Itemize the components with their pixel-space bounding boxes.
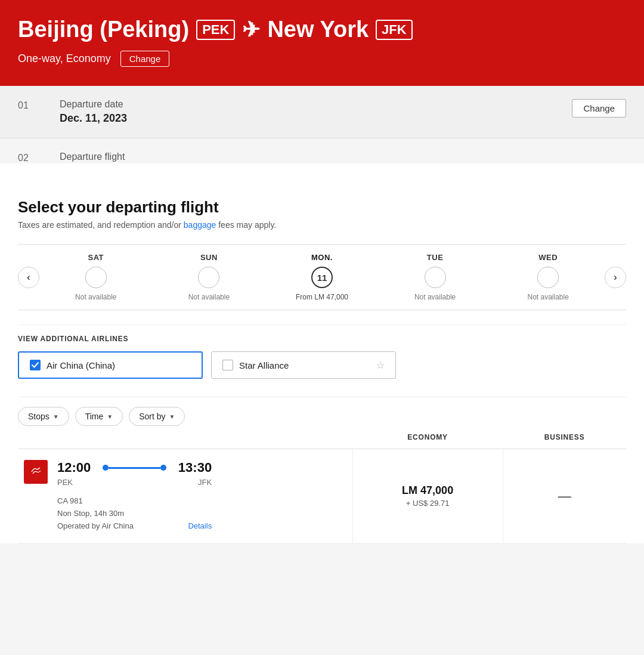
stops-filter-button[interactable]: Stops ▼ — [18, 407, 69, 426]
arrive-code: JFK — [198, 478, 212, 487]
operated-by: Operated by Air China — [57, 520, 134, 533]
airlines-section: VIEW ADDITIONAL AIRLINES Air China (Chin… — [18, 325, 626, 391]
header: Beijing (Peking) PEK ✈ New York JFK One-… — [0, 0, 644, 86]
results-table: ECONOMY BUSINESS — [18, 426, 626, 543]
day-circle-sun — [198, 267, 219, 288]
details-link[interactable]: Details — [188, 521, 212, 530]
sortby-chevron-icon: ▼ — [169, 413, 175, 420]
time-filter-label: Time — [85, 412, 104, 421]
economy-price-cell[interactable]: LM 47,000 + US$ 29.71 — [352, 449, 503, 543]
business-price-dash: — — [558, 489, 571, 503]
day-name-tue: TUE — [427, 253, 444, 262]
day-prev-button[interactable]: ‹ — [18, 267, 39, 288]
flight-time-info: 12:00 13:30 PEK JFK — [57, 460, 212, 532]
day-item-sun[interactable]: SUN Not available — [161, 253, 256, 301]
step2-label: Departure flight — [60, 152, 125, 162]
step1-section: 01 Departure date Dec. 11, 2023 Change — [0, 86, 644, 138]
step1-content: Departure date Dec. 11, 2023 — [60, 99, 548, 125]
day-item-tue[interactable]: TUE Not available — [388, 253, 483, 301]
day-selector: ‹ SAT Not available SUN Not available MO… — [18, 244, 626, 310]
time-filter-button[interactable]: Time ▼ — [75, 407, 123, 426]
time-chevron-icon: ▼ — [107, 413, 113, 420]
depart-time: 12:00 — [57, 460, 91, 475]
day-name-sun: SUN — [200, 253, 218, 262]
step1-change-button[interactable]: Change — [572, 99, 626, 118]
step1-number: 01 — [18, 99, 36, 111]
step2-number: 02 — [18, 152, 36, 163]
air-china-logo — [24, 460, 48, 484]
day-avail-sat: Not available — [75, 293, 116, 301]
economy-price-main: LM 47,000 — [359, 484, 497, 497]
day-item-wed[interactable]: WED Not available — [500, 253, 596, 301]
results-header: ECONOMY BUSINESS — [18, 426, 626, 449]
dest-city: New York — [267, 17, 369, 42]
day-item-mon[interactable]: MON. 11 From LM 47,000 — [274, 253, 370, 301]
day-name-wed: WED — [538, 253, 558, 262]
flight-times: 12:00 13:30 — [57, 460, 212, 475]
flight-subtext: Taxes are estimated, and redemption and/… — [18, 220, 626, 230]
day-list: SAT Not available SUN Not available MON.… — [39, 253, 605, 301]
day-circle-sat — [85, 267, 107, 288]
trip-type: One-way, Economy — [18, 52, 111, 65]
day-avail-tue: Not available — [414, 293, 456, 301]
flight-number: CA 981 — [57, 495, 212, 508]
economy-column-header: ECONOMY — [352, 426, 503, 449]
day-next-button[interactable]: › — [605, 267, 626, 288]
origin-code-badge: PEK — [196, 20, 235, 40]
header-change-button[interactable]: Change — [120, 51, 170, 67]
airline-option-airchina[interactable]: Air China (China) — [18, 351, 203, 379]
step1-value: Dec. 11, 2023 — [60, 112, 548, 125]
day-name-mon: MON. — [311, 253, 333, 262]
airline-option-staralliance[interactable]: Star Alliance ☆ — [211, 351, 396, 379]
day-circle-wed — [537, 267, 559, 288]
day-avail-wed: Not available — [527, 293, 568, 301]
airline-checkbox-staralliance — [222, 360, 233, 370]
results-body: 12:00 13:30 PEK JFK — [18, 449, 626, 543]
flight-heading: Select your departing flight — [18, 198, 626, 217]
route-title: Beijing (Peking) PEK ✈ New York JFK — [18, 17, 626, 42]
flight-info: 12:00 13:30 PEK JFK — [24, 460, 346, 532]
stops-chevron-icon: ▼ — [53, 413, 59, 420]
day-avail-sun: Not available — [188, 293, 230, 301]
subtext-before: Taxes are estimated, and redemption and/… — [18, 220, 184, 230]
flight-details-cell: 12:00 13:30 PEK JFK — [18, 449, 352, 543]
baggage-link[interactable]: baggage — [184, 220, 216, 230]
flight-column-header — [18, 426, 352, 449]
flight-duration: Non Stop, 14h 30m — [57, 508, 212, 520]
arrive-time: 13:30 — [178, 460, 212, 475]
header-subtitle: One-way, Economy Change — [18, 51, 626, 67]
airline-name-airchina: Air China (China) — [47, 360, 191, 370]
dest-code-badge: JFK — [376, 20, 413, 40]
day-circle-mon: 11 — [311, 267, 333, 288]
main-content: Select your departing flight Taxes are e… — [0, 163, 644, 543]
day-item-sat[interactable]: SAT Not available — [48, 253, 144, 301]
flight-row: 12:00 13:30 PEK JFK — [18, 449, 626, 543]
day-avail-mon: From LM 47,000 — [296, 293, 348, 301]
sortby-filter-label: Sort by — [139, 412, 165, 421]
plane-icon: ✈ — [242, 17, 260, 42]
economy-price-tax: + US$ 29.71 — [359, 499, 497, 508]
origin-city: Beijing (Peking) — [18, 17, 189, 42]
subtext-after: fees may apply. — [216, 220, 276, 230]
depart-code: PEK — [57, 478, 73, 487]
airlines-label: VIEW ADDITIONAL AIRLINES — [18, 335, 626, 343]
airline-checkbox-airchina — [30, 360, 41, 370]
day-name-sat: SAT — [88, 253, 104, 262]
step2-row: 02 Departure flight — [0, 138, 644, 163]
airlines-list: Air China (China) Star Alliance ☆ — [18, 351, 626, 379]
star-icon: ☆ — [376, 360, 385, 371]
sortby-filter-button[interactable]: Sort by ▼ — [129, 407, 185, 426]
step1-label: Departure date — [60, 99, 548, 110]
business-column-header: BUSINESS — [503, 426, 626, 449]
airline-name-staralliance: Star Alliance — [239, 360, 370, 370]
stops-filter-label: Stops — [28, 412, 49, 421]
day-circle-tue — [425, 267, 446, 288]
filter-bar: Stops ▼ Time ▼ Sort by ▼ — [18, 397, 626, 426]
business-price-cell: — — [503, 449, 626, 543]
flight-select-header: Select your departing flight Taxes are e… — [18, 198, 626, 230]
